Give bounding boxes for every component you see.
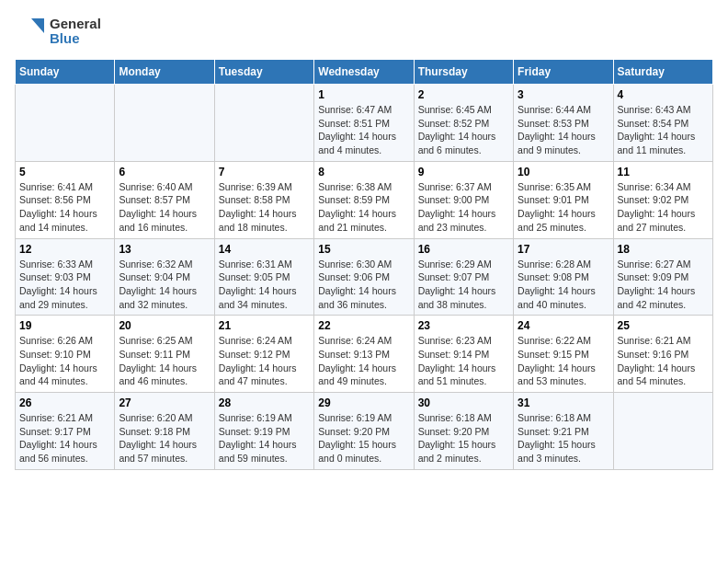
day-number: 17 [518,243,609,256]
day-number: 6 [119,166,210,178]
day-info: Sunrise: 6:19 AM Sunset: 9:19 PM Dayligh… [219,411,310,465]
day-cell-3: 3Sunrise: 6:44 AM Sunset: 8:53 PM Daylig… [514,85,613,162]
day-cell-1: 1Sunrise: 6:47 AM Sunset: 8:51 PM Daylig… [314,85,414,162]
day-number: 14 [219,243,310,256]
day-cell-28: 28Sunrise: 6:19 AM Sunset: 9:19 PM Dayli… [214,393,313,470]
day-cell-7: 7Sunrise: 6:39 AM Sunset: 8:58 PM Daylig… [214,161,313,238]
day-number: 11 [618,166,709,178]
day-number: 9 [418,166,509,178]
day-number: 24 [518,319,609,332]
day-info: Sunrise: 6:32 AM Sunset: 9:04 PM Dayligh… [119,258,210,312]
day-header-tuesday: Tuesday [214,60,313,85]
day-info: Sunrise: 6:18 AM Sunset: 9:21 PM Dayligh… [518,411,609,465]
day-number: 22 [318,319,409,332]
day-cell-16: 16Sunrise: 6:29 AM Sunset: 9:07 PM Dayli… [414,238,513,316]
day-info: Sunrise: 6:33 AM Sunset: 9:03 PM Dayligh… [19,258,110,312]
day-header-thursday: Thursday [414,60,513,85]
logo-shape-icon [15,15,48,48]
day-info: Sunrise: 6:24 AM Sunset: 9:12 PM Dayligh… [219,334,310,388]
day-number: 4 [618,88,709,101]
day-number: 27 [119,396,210,409]
logo-blue: Blue [50,31,101,47]
day-info: Sunrise: 6:22 AM Sunset: 9:15 PM Dayligh… [518,334,609,388]
day-info: Sunrise: 6:18 AM Sunset: 9:20 PM Dayligh… [418,411,509,465]
day-cell-26: 26Sunrise: 6:21 AM Sunset: 9:17 PM Dayli… [16,393,115,470]
day-number: 31 [518,396,609,409]
day-info: Sunrise: 6:40 AM Sunset: 8:57 PM Dayligh… [119,180,210,235]
day-number: 10 [518,166,609,178]
day-cell-11: 11Sunrise: 6:34 AM Sunset: 9:02 PM Dayli… [613,161,712,238]
day-number: 29 [318,396,409,409]
day-number: 25 [618,319,709,332]
day-cell-5: 5Sunrise: 6:41 AM Sunset: 8:56 PM Daylig… [16,161,115,238]
week-row-2: 5Sunrise: 6:41 AM Sunset: 8:56 PM Daylig… [16,161,713,238]
page-header: General Blue [15,15,713,48]
day-cell-4: 4Sunrise: 6:43 AM Sunset: 8:54 PM Daylig… [613,85,712,162]
day-number: 20 [119,319,210,332]
day-cell-27: 27Sunrise: 6:20 AM Sunset: 9:18 PM Dayli… [115,393,214,470]
logo-general: General [50,17,101,32]
empty-cell [613,393,712,470]
day-info: Sunrise: 6:31 AM Sunset: 9:05 PM Dayligh… [219,258,310,312]
day-number: 18 [618,243,709,256]
day-info: Sunrise: 6:45 AM Sunset: 8:52 PM Dayligh… [418,103,509,157]
day-number: 30 [418,396,509,409]
day-cell-22: 22Sunrise: 6:24 AM Sunset: 9:13 PM Dayli… [314,316,414,393]
day-header-friday: Friday [514,60,613,85]
day-info: Sunrise: 6:34 AM Sunset: 9:02 PM Dayligh… [618,180,709,235]
day-info: Sunrise: 6:44 AM Sunset: 8:53 PM Dayligh… [518,103,609,157]
day-info: Sunrise: 6:38 AM Sunset: 8:59 PM Dayligh… [318,180,409,235]
day-number: 13 [119,243,210,256]
day-cell-24: 24Sunrise: 6:22 AM Sunset: 9:15 PM Dayli… [514,316,613,393]
day-cell-14: 14Sunrise: 6:31 AM Sunset: 9:05 PM Dayli… [214,238,313,316]
day-info: Sunrise: 6:28 AM Sunset: 9:08 PM Dayligh… [518,258,609,312]
week-row-4: 19Sunrise: 6:26 AM Sunset: 9:10 PM Dayli… [16,316,713,393]
day-info: Sunrise: 6:20 AM Sunset: 9:18 PM Dayligh… [119,411,210,465]
day-cell-19: 19Sunrise: 6:26 AM Sunset: 9:10 PM Dayli… [16,316,115,393]
logo: General Blue [15,15,101,48]
day-number: 16 [418,243,509,256]
logo: General Blue [15,15,101,48]
calendar-table: SundayMondayTuesdayWednesdayThursdayFrid… [15,59,713,470]
day-number: 23 [418,319,509,332]
calendar-header-row: SundayMondayTuesdayWednesdayThursdayFrid… [16,60,713,85]
day-info: Sunrise: 6:19 AM Sunset: 9:20 PM Dayligh… [318,411,409,465]
day-number: 21 [219,319,310,332]
day-cell-23: 23Sunrise: 6:23 AM Sunset: 9:14 PM Dayli… [414,316,513,393]
empty-cell [16,85,115,162]
day-number: 5 [19,166,110,178]
day-cell-2: 2Sunrise: 6:45 AM Sunset: 8:52 PM Daylig… [414,85,513,162]
empty-cell [214,85,313,162]
day-cell-6: 6Sunrise: 6:40 AM Sunset: 8:57 PM Daylig… [115,161,214,238]
day-header-monday: Monday [115,60,214,85]
day-info: Sunrise: 6:21 AM Sunset: 9:16 PM Dayligh… [618,334,709,388]
logo-text: General Blue [50,17,101,47]
day-cell-12: 12Sunrise: 6:33 AM Sunset: 9:03 PM Dayli… [16,238,115,316]
day-info: Sunrise: 6:23 AM Sunset: 9:14 PM Dayligh… [418,334,509,388]
day-number: 7 [219,166,310,178]
day-info: Sunrise: 6:47 AM Sunset: 8:51 PM Dayligh… [318,103,409,157]
day-cell-13: 13Sunrise: 6:32 AM Sunset: 9:04 PM Dayli… [115,238,214,316]
day-number: 28 [219,396,310,409]
day-number: 2 [418,88,509,101]
day-number: 26 [19,396,110,409]
day-header-saturday: Saturday [613,60,712,85]
day-info: Sunrise: 6:26 AM Sunset: 9:10 PM Dayligh… [19,334,110,388]
day-number: 19 [19,319,110,332]
day-cell-30: 30Sunrise: 6:18 AM Sunset: 9:20 PM Dayli… [414,393,513,470]
day-info: Sunrise: 6:37 AM Sunset: 9:00 PM Dayligh… [418,180,509,235]
day-info: Sunrise: 6:29 AM Sunset: 9:07 PM Dayligh… [418,258,509,312]
day-number: 15 [318,243,409,256]
day-cell-10: 10Sunrise: 6:35 AM Sunset: 9:01 PM Dayli… [514,161,613,238]
svg-marker-0 [31,18,44,33]
day-cell-15: 15Sunrise: 6:30 AM Sunset: 9:06 PM Dayli… [314,238,414,316]
empty-cell [115,85,214,162]
day-cell-25: 25Sunrise: 6:21 AM Sunset: 9:16 PM Dayli… [613,316,712,393]
day-info: Sunrise: 6:24 AM Sunset: 9:13 PM Dayligh… [318,334,409,388]
day-number: 8 [318,166,409,178]
day-cell-9: 9Sunrise: 6:37 AM Sunset: 9:00 PM Daylig… [414,161,513,238]
day-header-sunday: Sunday [16,60,115,85]
day-cell-31: 31Sunrise: 6:18 AM Sunset: 9:21 PM Dayli… [514,393,613,470]
week-row-3: 12Sunrise: 6:33 AM Sunset: 9:03 PM Dayli… [16,238,713,316]
day-number: 12 [19,243,110,256]
